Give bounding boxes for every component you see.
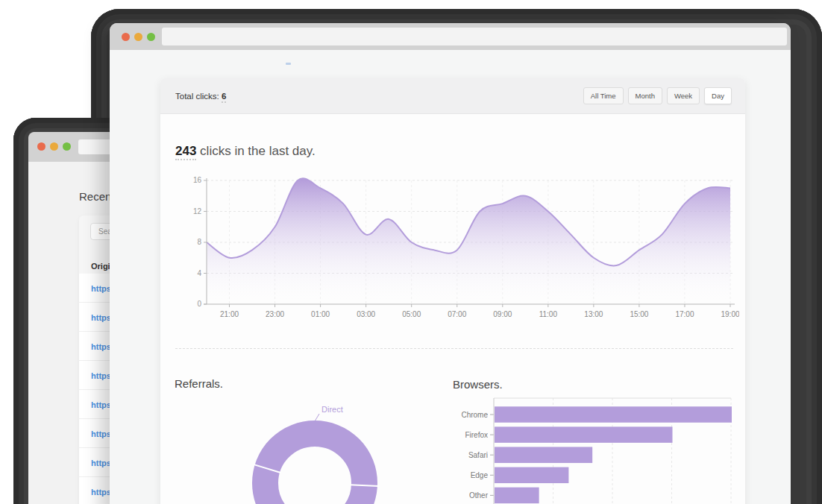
zoom-icon[interactable] (63, 142, 71, 151)
svg-text:11:00: 11:00 (539, 310, 558, 318)
stats-card-header: Total clicks: 6 All TimeMonthWeekDay (160, 78, 745, 114)
clicks-headline-text: clicks in the last day. (196, 144, 315, 158)
period-toggle-group: All TimeMonthWeekDay (583, 87, 732, 104)
period-button-all-time[interactable]: All Time (583, 87, 624, 104)
svg-text:Edge: Edge (471, 471, 489, 479)
minimize-icon[interactable] (50, 142, 58, 151)
total-clicks: Total clicks: 6 (175, 92, 226, 101)
referrals-donut-chart: Direct (246, 401, 392, 504)
close-icon[interactable] (122, 33, 130, 41)
clicks-headline: 243 clicks in the last day. (175, 144, 316, 159)
svg-text:Firefox: Firefox (465, 431, 488, 439)
browsers-bar-chart: ChromeFirefoxSafariEdgeOther (448, 391, 745, 504)
svg-text:Safari: Safari (468, 451, 488, 459)
minimize-icon[interactable] (134, 33, 142, 41)
svg-text:05:00: 05:00 (402, 310, 421, 318)
svg-text:Chrome: Chrome (461, 411, 488, 419)
total-clicks-label: Total clicks: (175, 92, 219, 101)
svg-text:01:00: 01:00 (311, 310, 330, 318)
browsers-heading: Browsers. (453, 378, 503, 391)
svg-text:19:00: 19:00 (721, 310, 739, 318)
svg-text:15:00: 15:00 (630, 310, 648, 318)
stray-mark (286, 63, 291, 65)
svg-text:8: 8 (197, 238, 201, 246)
svg-text:23:00: 23:00 (266, 310, 284, 318)
foreground-browser-window: Total clicks: 6 All TimeMonthWeekDay 243… (110, 23, 791, 504)
svg-text:12: 12 (193, 207, 202, 215)
svg-text:03:00: 03:00 (357, 310, 375, 318)
svg-text:Other: Other (469, 491, 489, 500)
svg-text:4: 4 (197, 269, 201, 277)
svg-text:07:00: 07:00 (448, 310, 466, 318)
svg-text:16: 16 (193, 176, 202, 184)
total-clicks-value: 6 (222, 92, 226, 103)
svg-text:0: 0 (197, 300, 201, 308)
zoom-icon[interactable] (147, 33, 155, 41)
svg-text:09:00: 09:00 (493, 310, 512, 318)
stats-card: Total clicks: 6 All TimeMonthWeekDay 243… (160, 78, 745, 504)
foreground-titlebar (110, 23, 791, 50)
url-bar[interactable] (162, 28, 787, 45)
svg-text:13:00: 13:00 (584, 310, 603, 318)
svg-text:21:00: 21:00 (220, 310, 239, 318)
clicks-count: 243 (175, 144, 196, 160)
svg-text:Direct: Direct (321, 405, 343, 414)
clicks-area-chart: 048121621:0023:0001:0003:0005:0007:0009:… (171, 174, 739, 330)
close-icon[interactable] (37, 142, 46, 151)
svg-text:17:00: 17:00 (675, 310, 694, 318)
period-button-month[interactable]: Month (628, 87, 662, 104)
screen: Recent Original URL https://https://http… (0, 0, 822, 504)
period-button-day[interactable]: Day (704, 87, 732, 104)
period-button-week[interactable]: Week (667, 87, 700, 104)
section-divider (175, 348, 733, 349)
referrals-heading: Referrals. (175, 377, 223, 390)
